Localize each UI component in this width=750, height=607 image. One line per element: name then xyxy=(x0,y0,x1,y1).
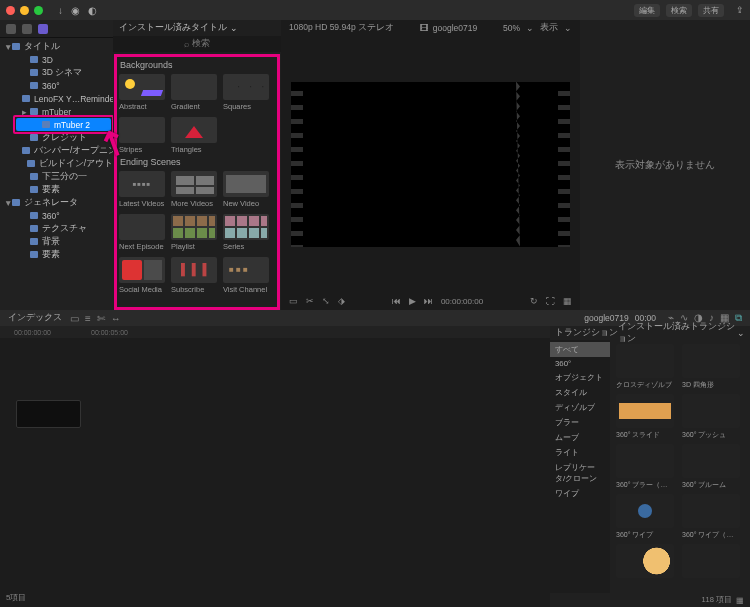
browser-search[interactable]: ⌕ 検索 xyxy=(113,36,281,52)
transitions-grid[interactable]: クロスディゾルブ3D 四角形360° スライド360° プッシュ360° ブラー… xyxy=(610,340,750,593)
chevron-down-icon[interactable]: ⌄ xyxy=(737,328,745,338)
chevron-down-icon[interactable]: ⌄ xyxy=(564,23,572,33)
grid-view-icon[interactable]: ▦ xyxy=(736,596,744,605)
library-tab-icon[interactable] xyxy=(6,24,16,34)
transition-category[interactable]: オブジェクト xyxy=(550,370,610,385)
viewer-canvas[interactable] xyxy=(303,82,558,247)
transition-category[interactable]: ブラー xyxy=(550,415,610,430)
toolbar-left-icons: ↓ ◉ ◐ xyxy=(58,5,97,16)
photos-tab-icon[interactable] xyxy=(22,24,32,34)
tool-position-icon[interactable]: ↔ xyxy=(111,313,121,324)
transition-thumbnail[interactable]: 360° ブラー（ガウス） xyxy=(616,444,674,490)
title-thumbnail[interactable]: Latest Videos xyxy=(119,171,165,208)
transition-thumbnail[interactable]: 360° スライド xyxy=(616,394,674,440)
transition-category[interactable]: ムーブ xyxy=(550,430,610,445)
ruler-mark: 00:00:00:00 xyxy=(14,329,51,336)
go-end-icon[interactable]: ⏭ xyxy=(424,296,433,306)
viewer-zoom[interactable]: 50% xyxy=(503,23,520,33)
play-icon[interactable]: ▶ xyxy=(409,296,416,306)
title-thumbnail[interactable]: Next Episode xyxy=(119,214,165,251)
sidebar-item[interactable]: 背景 xyxy=(0,235,113,248)
transition-thumbnail[interactable] xyxy=(682,544,740,580)
timeline-clip[interactable] xyxy=(16,400,81,428)
title-thumbnail[interactable]: Playlist xyxy=(171,214,217,251)
title-thumbnail[interactable]: Squares xyxy=(223,74,269,111)
title-thumbnail[interactable]: Social Media xyxy=(119,257,165,294)
transition-category[interactable]: ライト xyxy=(550,445,610,460)
transition-thumbnail[interactable] xyxy=(616,544,674,580)
transition-thumbnail[interactable]: 360° ワイプ xyxy=(616,494,674,540)
transition-category[interactable]: レプリケータ/クローン xyxy=(550,460,610,486)
sidebar-item[interactable]: 3D シネマ xyxy=(0,66,113,79)
tool-transform-icon[interactable]: ⤡ xyxy=(322,296,330,306)
minimize-window-button[interactable] xyxy=(20,6,29,15)
title-thumbnail[interactable]: Stripes xyxy=(119,117,165,154)
transition-category[interactable]: すべて xyxy=(550,342,610,357)
tool-select-icon[interactable]: ▭ xyxy=(289,296,298,306)
sidebar-item[interactable]: 要素 xyxy=(0,248,113,261)
view-options-icon[interactable]: ▦ xyxy=(563,296,572,306)
index-button[interactable]: インデックス xyxy=(8,312,62,324)
chevron-down-icon[interactable]: ⌄ xyxy=(526,23,534,33)
viewer: 1080p HD 59.94p ステレオ 🎞 google0719 50% ⌄ … xyxy=(281,20,580,310)
transition-category[interactable]: スタイル xyxy=(550,385,610,400)
sidebar-item[interactable]: バンパー/オープニング xyxy=(0,144,113,157)
transitions-categories[interactable]: すべて360°オブジェクトスタイルディゾルブブラームーブライトレプリケータ/クロ… xyxy=(550,340,610,593)
import-icon[interactable]: ↓ xyxy=(58,5,63,16)
sidebar-item[interactable]: 3D xyxy=(0,53,113,66)
go-start-icon[interactable]: ⏮ xyxy=(392,296,401,306)
sidebar-item[interactable]: 360° xyxy=(0,79,113,92)
title-thumbnail[interactable]: Gradient xyxy=(171,74,217,111)
sidebar-item[interactable]: 下三分の一 xyxy=(0,170,113,183)
fullscreen-window-button[interactable] xyxy=(34,6,43,15)
mode-pill-1[interactable]: 編集 xyxy=(634,4,660,17)
browser-dropdown-icon[interactable]: ⌄ xyxy=(230,23,238,33)
title-thumbnail[interactable]: Triangles xyxy=(171,117,217,154)
transition-category[interactable]: ディゾルブ xyxy=(550,400,610,415)
transition-thumbnail[interactable]: 3D 四角形 xyxy=(682,344,740,390)
sidebar-tree[interactable]: ▼タイトル3D3D シネマ360°LenoFX Y…Reminder▸mTube… xyxy=(0,38,113,310)
sidebar-item[interactable]: LenoFX Y…Reminder xyxy=(0,92,113,105)
title-thumbnail[interactable]: Subscribe xyxy=(171,257,217,294)
title-thumbnail[interactable]: New Video xyxy=(223,171,269,208)
tool-blade-icon[interactable]: ✄ xyxy=(97,313,105,324)
timeline[interactable]: 00:00:00:00 00:00:05:00 5項目 xyxy=(0,326,550,607)
viewer-display[interactable]: 表示 xyxy=(540,22,558,34)
share-icon[interactable]: ⇪ xyxy=(736,5,744,15)
title-thumbnail[interactable]: More Videos xyxy=(171,171,217,208)
sidebar-item[interactable]: テクスチャ xyxy=(0,222,113,235)
browser-title: インストール済みタイトル xyxy=(119,22,227,34)
tool-pointer-icon[interactable]: ▭ xyxy=(70,313,79,324)
sidebar-item[interactable]: 360° xyxy=(0,209,113,222)
tool-crop-icon[interactable]: ✂ xyxy=(306,296,314,306)
viewer-controls: ▭ ✂ ⤡ ⬗ ⏮ ▶ ⏭ 00:00:00:00 ↻ ⛶ ▦ xyxy=(281,292,580,310)
transition-thumbnail[interactable]: 360° ブルーム xyxy=(682,444,740,490)
title-thumbnail[interactable]: Series xyxy=(223,214,269,251)
mode-pill-2[interactable]: 検索 xyxy=(666,4,692,17)
timeline-status: 5項目 xyxy=(6,592,26,603)
titles-tab-icon[interactable] xyxy=(38,24,48,34)
sidebar-item[interactable]: 要素 xyxy=(0,183,113,196)
transition-thumbnail[interactable]: 360° ワイプ（円形） xyxy=(682,494,740,540)
transition-category[interactable]: ワイプ xyxy=(550,486,610,501)
bg-tasks-icon[interactable]: ◐ xyxy=(88,5,97,16)
transition-thumbnail[interactable]: 360° プッシュ xyxy=(682,394,740,440)
mode-pill-3[interactable]: 共有 xyxy=(698,4,724,17)
tool-color-icon[interactable]: ⬗ xyxy=(338,296,345,306)
title-thumbnail[interactable]: Abstract xyxy=(119,74,165,111)
sidebar-item[interactable]: mTuber 2 xyxy=(0,118,113,131)
sidebar: ▼タイトル3D3D シネマ360°LenoFX Y…Reminder▸mTube… xyxy=(0,20,113,310)
transition-category[interactable]: 360° xyxy=(550,357,610,370)
sidebar-item[interactable]: ▼タイトル xyxy=(0,40,113,53)
sidebar-item[interactable]: ビルドイン/アウト xyxy=(0,157,113,170)
film-icon: 🎞 xyxy=(420,23,429,33)
transition-thumbnail[interactable]: クロスディゾルブ xyxy=(616,344,674,390)
fullscreen-icon[interactable]: ⛶ xyxy=(546,296,555,306)
title-thumbnail[interactable]: Visit Channel xyxy=(223,257,269,294)
close-window-button[interactable] xyxy=(6,6,15,15)
keyword-icon[interactable]: ◉ xyxy=(71,5,80,16)
inspector: 表示対象がありません xyxy=(580,20,750,310)
sidebar-item[interactable]: ▼ジェネレータ xyxy=(0,196,113,209)
tool-trim-icon[interactable]: ≡ xyxy=(85,313,91,324)
loop-icon[interactable]: ↻ xyxy=(530,296,538,306)
